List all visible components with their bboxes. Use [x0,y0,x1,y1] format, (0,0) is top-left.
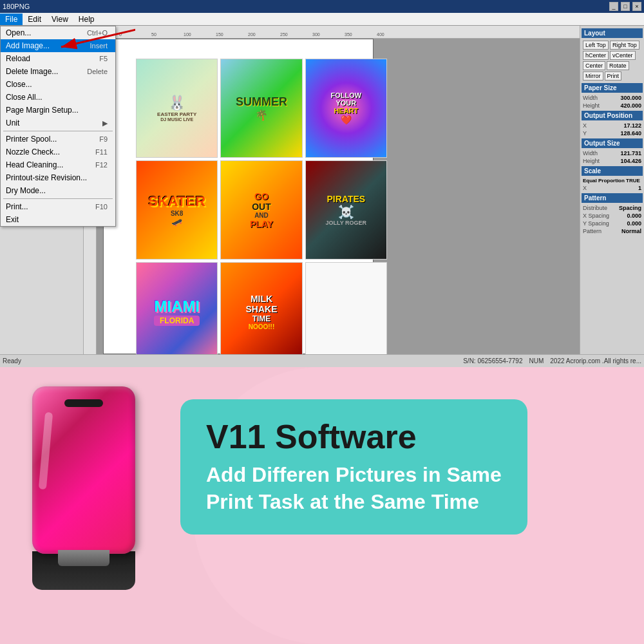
output-y-value: 128.640 [620,130,641,137]
close-button[interactable]: × [632,2,641,11]
menu-view[interactable]: View [46,14,73,25]
maximize-button[interactable]: □ [621,2,630,11]
usb-connector [58,550,109,566]
pattern-value: Normal [621,228,641,234]
menu-printer-spool[interactable]: Printer Spool... F9 [1,133,115,146]
menu-open-shortcut: Ctrl+O [87,29,108,37]
menu-close[interactable]: Close... [1,78,115,91]
title-bar-buttons: _ □ × [609,2,641,11]
sticker-follow-your-heart[interactable]: FOLLOW YOUR HEART ❤️ [305,59,387,158]
menu-reload-label: Reload [6,54,30,63]
paper-width-row: Width 300.000 [582,94,643,102]
scale-title: Scale [582,166,643,176]
menu-nozzle-check[interactable]: Nozzle Check... F11 [1,146,115,158]
software-screenshot: 180PNG _ □ × File Edit View Help Open...… [0,0,644,367]
marketing-banner: V11 Software Add Differen Pictures in Sa… [0,367,644,644]
status-bar: Ready S/N: 06256554-7792 NUM 2022 Acrori… [0,354,644,367]
status-ready: Ready [3,357,21,365]
print-canvas[interactable]: 🐰 EASTER PARTY DJ MUSIC LIVE SUMMER 🌴 [103,39,374,354]
output-y-label: Y [583,130,587,137]
title-bar-text: 180PNG [3,3,30,10]
menu-delete-image[interactable]: Delete Image... Delete [1,65,115,78]
usb-highlight [39,412,53,490]
equal-proportion-row: Equal Proportion TRUE [582,177,643,184]
menu-add-image-label: Add Image... [6,41,50,50]
paper-width-label: Width [583,95,598,101]
sticker-skater[interactable]: SKATER SK8 🛹 [136,160,218,260]
y-spacing-row: Y Spacing 0.000 [582,220,643,227]
paper-size-title: Paper Size [582,83,643,93]
output-x-row: X 17.122 [582,122,643,129]
menu-add-image-shortcut: Insert [90,42,108,50]
empty-cell [305,262,387,361]
menu-reload[interactable]: Reload F5 [1,52,115,65]
separator-1 [3,131,113,131]
output-position-title: Output Position [582,111,643,120]
menu-dry-mode-label: Dry Mode... [6,186,46,195]
print-button[interactable]: Print [605,71,622,80]
menu-help[interactable]: Help [73,14,100,25]
menu-delete-image-shortcut: Delete [87,68,108,75]
paper-height-label: Height [583,102,600,109]
right-top-button[interactable]: Right Top [610,41,639,50]
paper-width-value: 300.000 [620,95,641,101]
distribute-label: Distribute [583,205,607,211]
menu-reload-shortcut: F5 [99,55,108,62]
menu-file[interactable]: File [0,14,23,25]
menu-page-margin-label: Page Margin Setup... [6,106,79,115]
menu-open[interactable]: Open... Ctrl+O [1,26,115,39]
menu-printout-size[interactable]: Printout-size Revision... [1,171,115,184]
scale-x-label: X [583,185,587,191]
menu-print[interactable]: Print... F10 [1,200,115,213]
menu-head-cleaning-label: Head Cleaning... [6,160,63,169]
menu-close-all[interactable]: Close All... [1,91,115,104]
menu-dry-mode[interactable]: Dry Mode... [1,184,115,197]
out-size-width-row: Width 121.731 [582,149,643,157]
canvas-area[interactable]: 0 50 100 150 200 250 300 350 400 0 50 10… [84,26,580,367]
menu-add-image[interactable]: Add Image... Insert [1,39,115,52]
menu-printer-spool-shortcut: F9 [99,135,108,143]
menu-close-all-label: Close All... [6,93,43,102]
menu-unit[interactable]: Unit ▶ [1,117,115,129]
menu-head-cleaning[interactable]: Head Cleaning... F12 [1,158,115,171]
distribute-row: Distribute Spacing [582,204,643,212]
sticker-go-out-play[interactable]: GO OUT AND PLAY [220,160,302,260]
menu-print-shortcut: F10 [95,203,108,211]
center-button[interactable]: Center [583,61,605,70]
pattern-label: Pattern [583,228,601,234]
marketing-text-container: V11 Software Add Differen Pictures in Sa… [180,399,527,535]
rotate-button[interactable]: Rotate [607,61,629,70]
status-copyright: 2022 Acrorip.com .All rights re... [550,357,641,365]
menu-exit[interactable]: Exit [1,213,115,226]
hcenter-button[interactable]: hCenter [583,51,609,60]
status-num: NUM [529,357,544,365]
marketing-subtitle: Add Differen Pictures in Same Print Task… [206,462,502,515]
menu-printer-spool-label: Printer Spool... [6,135,57,144]
layout-title: Layout [582,28,643,38]
sticker-milkshake[interactable]: MILK SHAKE TIME NOOO!!! [220,262,302,361]
menu-edit[interactable]: Edit [23,14,46,25]
marketing-title: V11 Software [206,419,502,455]
menu-bar: File Edit View Help Open... Ctrl+O Add I… [0,13,644,26]
y-spacing-label: Y Spacing [583,220,609,227]
pattern-title: Pattern [582,193,643,203]
menu-nozzle-check-label: Nozzle Check... [6,147,60,156]
menu-head-cleaning-shortcut: F12 [95,161,108,169]
out-size-height-row: Height 104.426 [582,157,643,165]
menu-page-margin[interactable]: Page Margin Setup... [1,104,115,117]
mirror-button[interactable]: Mirror [583,71,603,80]
status-serial: S/N: 06256554-7792 [463,357,522,365]
equal-proportion-value: Equal Proportion TRUE [583,178,640,184]
menu-close-label: Close... [6,80,32,89]
x-spacing-row: X Spacing 0.000 [582,212,643,220]
out-size-width-label: Width [583,150,598,156]
sticker-easter[interactable]: 🐰 EASTER PARTY DJ MUSIC LIVE [136,59,218,158]
sticker-summer[interactable]: SUMMER 🌴 [220,59,302,158]
left-top-button[interactable]: Left Top [583,41,609,50]
minimize-button[interactable]: _ [609,2,618,11]
vcenter-button[interactable]: vCenter [610,51,636,60]
sticker-miami[interactable]: MIAMI FLORIDA [136,262,218,361]
sticker-pirates[interactable]: PIRATES ☠️ JOLLY ROGER [305,160,387,260]
output-x-label: X [583,122,587,129]
ruler-top: 0 50 100 150 200 250 300 350 400 [84,26,580,39]
